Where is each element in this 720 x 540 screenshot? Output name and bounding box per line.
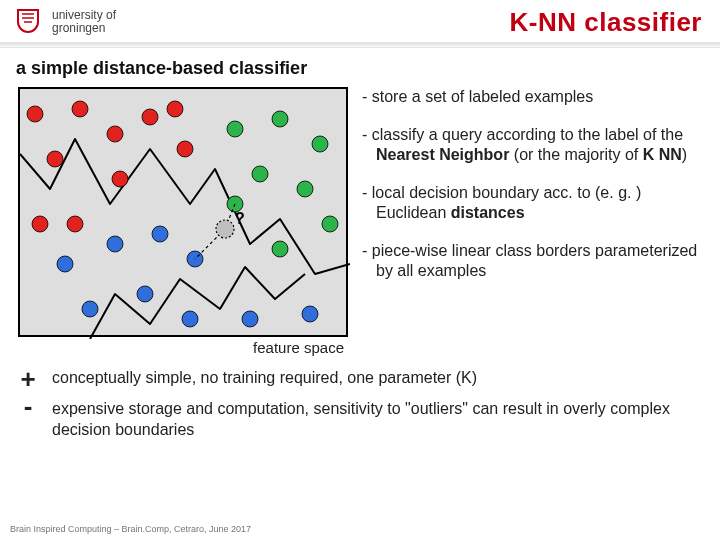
university-crest-icon (12, 6, 44, 38)
sample-green (312, 136, 328, 152)
bullet-2-mid: (or the majority of (509, 146, 642, 163)
decision-boundary-lower (90, 267, 305, 339)
pro-row: + conceptually simple, no training requi… (18, 368, 702, 391)
sample-blue (182, 311, 198, 327)
pros-cons: + conceptually simple, no training requi… (0, 356, 720, 441)
bullet-list: - store a set of labeled examples - clas… (362, 87, 702, 356)
sample-blue (82, 301, 98, 317)
sample-red (112, 171, 128, 187)
sample-green (272, 241, 288, 257)
diagram-column: ? feature space (18, 87, 348, 356)
sample-green (322, 216, 338, 232)
sample-red (32, 216, 48, 232)
sample-red (27, 106, 43, 122)
bullet-4: - piece-wise linear class borders parame… (362, 241, 702, 281)
sample-green (227, 121, 243, 137)
sample-red (72, 101, 88, 117)
feature-space-diagram: ? (18, 87, 348, 337)
bullet-2: - classify a query according to the labe… (362, 125, 702, 165)
bullet-3: - local decision boundary acc. to (e. g.… (362, 183, 702, 223)
affiliation-block: university of groningen (12, 6, 116, 38)
decision-boundary-upper (20, 139, 350, 274)
bullet-1: - store a set of labeled examples (362, 87, 702, 107)
sample-blue (57, 256, 73, 272)
sample-blue (302, 306, 318, 322)
bullet-3-dist: distances (451, 204, 525, 221)
subtitle: a simple distance-based classifier (0, 48, 720, 87)
sample-red (67, 216, 83, 232)
feature-space-label: feature space (18, 337, 348, 356)
plus-sign: + (18, 368, 38, 391)
sample-blue (107, 236, 123, 252)
sample-green (297, 181, 313, 197)
sample-red (177, 141, 193, 157)
sample-green (272, 111, 288, 127)
feature-space-svg: ? (20, 89, 350, 339)
sample-red (167, 101, 183, 117)
bullet-2-nn: Nearest Neighbor (376, 146, 509, 163)
con-row: - expensive storage and computation, sen… (18, 399, 702, 441)
slide-header: university of groningen K-NN classifier (0, 0, 720, 44)
slide-title: K-NN classifier (510, 7, 702, 38)
affiliation-line-2: groningen (52, 22, 116, 35)
sample-green (252, 166, 268, 182)
sample-blue (242, 311, 258, 327)
sample-red (107, 126, 123, 142)
slide-footer: Brain Inspired Computing – Brain.Comp, C… (10, 524, 251, 534)
query-point (216, 220, 234, 238)
sample-blue (137, 286, 153, 302)
sample-red (47, 151, 63, 167)
sample-red (142, 109, 158, 125)
bullet-2-knn: K NN (643, 146, 682, 163)
sample-blue (152, 226, 168, 242)
pro-text: conceptually simple, no training require… (52, 368, 702, 391)
affiliation-text: university of groningen (52, 9, 116, 34)
bullet-2-post: ) (682, 146, 687, 163)
con-text: expensive storage and computation, sensi… (52, 399, 702, 441)
query-mark: ? (235, 210, 245, 227)
bullet-2-pre: - classify a query according to the labe… (362, 126, 683, 143)
minus-sign: - (18, 399, 38, 441)
